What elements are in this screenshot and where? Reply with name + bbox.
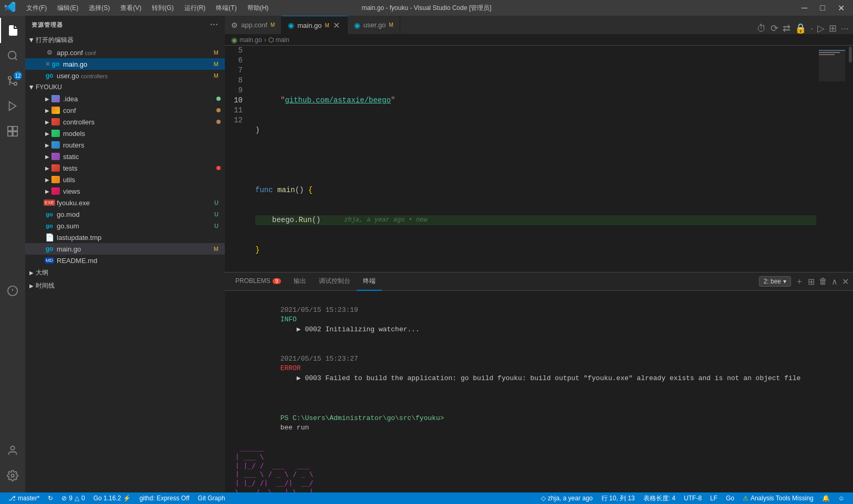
debug-label: 调试控制台 (319, 277, 350, 286)
file-maingo[interactable]: go main.go M (25, 243, 225, 255)
open-editors-section[interactable]: ▶ 打开的编辑器 (25, 34, 225, 47)
close-button[interactable]: ✕ (834, 3, 849, 13)
terminal-up-icon[interactable]: ∧ (831, 277, 838, 287)
file-readme[interactable]: MD README.md (25, 255, 225, 266)
open-editor-maingo[interactable]: ✕ go main.go M (25, 58, 225, 70)
menu-help[interactable]: 帮助(H) (243, 3, 273, 14)
open-editor-usergo-name: user.go controllers (57, 72, 212, 80)
folder-utils[interactable]: ▶ utils (25, 174, 225, 185)
terminal-close-icon[interactable]: ✕ (842, 277, 849, 287)
status-line-col[interactable]: 行 10, 列 13 (597, 492, 639, 504)
file-gomod[interactable]: go go.mod U (25, 208, 225, 220)
menu-run[interactable]: 运行(R) (180, 3, 210, 14)
folder-conf[interactable]: ▶ conf (25, 104, 225, 116)
tab-dot-icon[interactable]: · (810, 23, 813, 34)
activity-extensions[interactable] (0, 119, 25, 144)
svg-rect-6 (13, 127, 17, 131)
status-bar-right: ◇ zhja, a year ago 行 10, 列 13 表格长度: 4 UT… (537, 492, 849, 504)
activity-search[interactable] (0, 43, 25, 68)
status-notifications[interactable]: 🔔 (818, 492, 834, 504)
panel-tab-debug[interactable]: 调试控制台 (313, 272, 357, 291)
activity-explorer[interactable] (0, 18, 25, 43)
tab-arrow-icon[interactable]: ▷ (817, 23, 825, 34)
folder-tests[interactable]: ▶ tests (25, 162, 225, 174)
timeline-section[interactable]: ▶ 时间线 (25, 279, 225, 292)
status-branch[interactable]: ⎇ master* (4, 492, 44, 504)
status-language[interactable]: Go (722, 492, 738, 504)
tab-usergo[interactable]: ◉ user.go M (348, 16, 400, 34)
folder-static[interactable]: ▶ static (25, 151, 225, 162)
tab-swap-icon[interactable]: ⇄ (783, 23, 790, 34)
tab-split-icon[interactable]: ⟳ (771, 23, 778, 34)
menu-file[interactable]: 文件(F) (22, 3, 51, 14)
vertical-scrollbar[interactable] (848, 46, 853, 272)
tab-maingo[interactable]: ◉ main.go M ✕ (282, 16, 348, 34)
folder-routers[interactable]: ▶ routers (25, 139, 225, 151)
status-gitgraph[interactable]: Git Graph (194, 492, 230, 504)
panel-tab-output[interactable]: 输出 (287, 272, 313, 291)
menu-goto[interactable]: 转到(G) (148, 3, 178, 14)
code-editor[interactable]: 5 6 7 8 9 10 11 12 "github.com/astaxie/b… (225, 46, 853, 272)
menu-select[interactable]: 选择(S) (85, 3, 114, 14)
open-editor-appconf[interactable]: ⚙ app.conf conf M (25, 47, 225, 58)
tab-maingo-modified: M (325, 23, 329, 28)
terminal-trash-icon[interactable]: 🗑 (819, 277, 827, 286)
status-tabsize[interactable]: 表格长度: 4 (639, 492, 680, 504)
file-lastupdate[interactable]: 📄 lastupdate.tmp (25, 232, 225, 243)
tab-history-icon[interactable]: ⏱ (757, 23, 766, 34)
tab-appconf[interactable]: ⚙ app.conf M (225, 16, 282, 34)
minimize-button[interactable]: ─ (797, 3, 812, 13)
sidebar-actions-icon[interactable]: ··· (210, 20, 219, 29)
status-encoding[interactable]: UTF-8 (680, 492, 706, 504)
timeline-label: 时间线 (36, 281, 55, 290)
tab-lock-icon[interactable]: 🔒 (795, 23, 806, 34)
panel-tab-problems[interactable]: PROBLEMS 9 (229, 272, 287, 291)
status-go-version[interactable]: Go 1.16.2 ⚡ (89, 492, 136, 504)
status-author[interactable]: ◇ zhja, a year ago (537, 492, 597, 504)
activity-settings[interactable] (0, 463, 25, 488)
status-errors[interactable]: ⊘ 9 △ 0 (57, 492, 89, 504)
status-feedback[interactable]: ☺ (834, 492, 849, 504)
menu-edit[interactable]: 编辑(E) (53, 3, 82, 14)
status-lineending[interactable]: LF (706, 492, 722, 504)
close-icon[interactable]: ✕ (45, 60, 50, 68)
activity-source-control[interactable]: 12 (0, 68, 25, 93)
breadcrumb-file[interactable]: main.go (240, 36, 262, 44)
outline-section[interactable]: ▶ 大纲 (25, 266, 225, 279)
activity-remote[interactable] (0, 278, 25, 303)
svg-point-13 (11, 474, 14, 477)
menu-view[interactable]: 查看(V) (116, 3, 145, 14)
open-editor-usergo[interactable]: go user.go controllers M (25, 70, 225, 81)
folder-models-label: models (63, 130, 85, 138)
tab-maingo-label: main.go (297, 22, 321, 29)
menu-terminal[interactable]: 终端(T) (212, 3, 241, 14)
terminal-add-icon[interactable]: ＋ (795, 276, 804, 287)
svg-point-3 (8, 77, 12, 80)
status-sync[interactable]: ↻ (44, 492, 57, 504)
terminal-split-icon[interactable]: ⊞ (808, 277, 815, 287)
folder-conf-label: conf (63, 107, 76, 114)
folder-idea[interactable]: ▶ .idea (25, 93, 225, 104)
file-fyoukuexe[interactable]: EXE fyouku.exe U (25, 197, 225, 208)
tab-layout-icon[interactable]: ⊞ (829, 23, 837, 34)
terminal-label: 终端 (363, 277, 376, 286)
folder-views[interactable]: ▶ views (25, 185, 225, 197)
tab-more-icon[interactable]: ··· (841, 23, 849, 34)
file-gosum[interactable]: go go.sum U (25, 220, 225, 232)
gear-icon: ⚙ (45, 48, 54, 57)
terminal-dropdown[interactable]: 2: bee ▾ (759, 276, 791, 287)
maximize-button[interactable]: □ (816, 3, 829, 13)
tab-close-icon[interactable]: ✕ (332, 21, 341, 29)
folder-models[interactable]: ▶ models (25, 128, 225, 139)
folder-controllers[interactable]: ▶ controllers (25, 116, 225, 128)
go-icon: go (45, 222, 54, 230)
panel-tab-terminal[interactable]: 终端 (357, 272, 382, 291)
status-analysis[interactable]: ⚠ Analysis Tools Missing (738, 492, 818, 504)
project-section[interactable]: ▶ FYOUKU (25, 81, 225, 93)
status-gitd[interactable]: githd: Express Off (135, 492, 193, 504)
terminal-content[interactable]: 2021/05/15 15:23:19 INFO ▶ 0002 Initiali… (225, 291, 853, 492)
activity-run[interactable] (0, 93, 25, 119)
status-gitd-text: githd: Express Off (139, 495, 189, 502)
activity-account[interactable] (0, 438, 25, 463)
breadcrumb-symbol[interactable]: main (276, 36, 289, 44)
